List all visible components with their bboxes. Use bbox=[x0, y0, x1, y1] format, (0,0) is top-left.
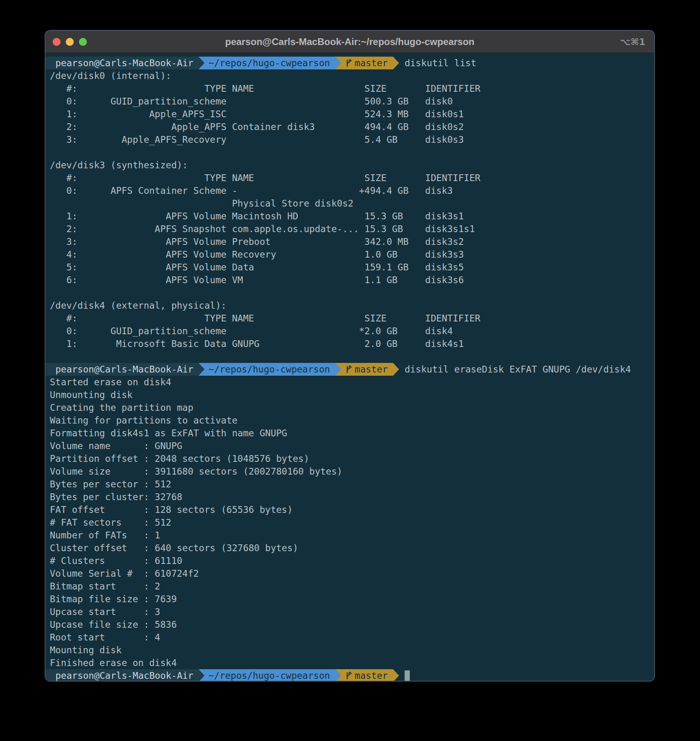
prompt-line: pearson@Carls-MacBook-Air ~/repos/hugo-c… bbox=[45, 57, 654, 69]
command-text: diskutil list bbox=[405, 57, 476, 69]
terminal-output-line: Formatting disk4s1 as ExFAT with name GN… bbox=[45, 427, 654, 439]
terminal-output-line: Physical Store disk0s2 bbox=[45, 197, 654, 210]
prompt-directory: ~/repos/hugo-cwpearson bbox=[199, 669, 335, 682]
terminal-output-line: Mounting disk bbox=[45, 644, 654, 656]
terminal-output-line: Volume name : GNUPG bbox=[45, 439, 654, 452]
prompt-git-segment: master bbox=[335, 363, 393, 376]
terminal-output-line: Bitmap start : 2 bbox=[45, 580, 654, 593]
window-shortcut-badge: ⌥⌘1 bbox=[620, 37, 645, 47]
terminal-output-line: Finished erase on disk4 bbox=[45, 656, 654, 669]
terminal-output-line: Bytes per sector : 512 bbox=[45, 478, 654, 491]
terminal-output-line: 2: APFS Snapshot com.apple.os.update-...… bbox=[45, 223, 654, 235]
terminal-output-line: /dev/disk0 (internal): bbox=[45, 69, 654, 82]
prompt-directory: ~/repos/hugo-cwpearson bbox=[199, 57, 335, 69]
minimize-button[interactable] bbox=[66, 38, 74, 46]
terminal-window: pearson@Carls-MacBook-Air:~/repos/hugo-c… bbox=[45, 30, 655, 682]
terminal-output-line bbox=[45, 286, 654, 299]
terminal-output-line: Volume size : 3911680 sectors (200278016… bbox=[45, 465, 654, 478]
terminal-output-line: Creating the partition map bbox=[45, 401, 654, 414]
terminal-content[interactable]: pearson@Carls-MacBook-Air ~/repos/hugo-c… bbox=[45, 53, 654, 682]
terminal-output-line: Bitmap file size : 7639 bbox=[45, 593, 654, 605]
terminal-output-line: 5: APFS Volume Data 159.1 GB disk3s5 bbox=[45, 261, 654, 274]
terminal-output-line: 1: APFS Volume Macintosh HD 15.3 GB disk… bbox=[45, 210, 654, 223]
git-branch-label: master bbox=[355, 57, 388, 69]
terminal-output-line: /dev/disk4 (external, physical): bbox=[45, 299, 654, 312]
terminal-output-line: 3: Apple_APFS_Recovery 5.4 GB disk0s3 bbox=[45, 133, 654, 146]
terminal-output-line: Cluster offset : 640 sectors (327680 byt… bbox=[45, 542, 654, 554]
terminal-output-line: 4: APFS Volume Recovery 1.0 GB disk3s3 bbox=[45, 248, 654, 261]
terminal-output-line: #: TYPE NAME SIZE IDENTIFIER bbox=[45, 82, 654, 95]
terminal-output-line: Upcase start : 3 bbox=[45, 605, 654, 618]
terminal-output-line: 3: APFS Volume Preboot 342.0 MB disk3s2 bbox=[45, 235, 654, 248]
terminal-output-line: FAT offset : 128 sectors (65536 bytes) bbox=[45, 503, 654, 516]
title-bar[interactable]: pearson@Carls-MacBook-Air:~/repos/hugo-c… bbox=[45, 31, 654, 53]
prompt-git-segment: master bbox=[335, 669, 393, 682]
powerline-arrow-icon bbox=[393, 363, 399, 376]
terminal-output-line bbox=[45, 146, 654, 159]
terminal-output-line: Upcase file size : 5836 bbox=[45, 618, 654, 631]
terminal-output-line: Bytes per cluster: 32768 bbox=[45, 491, 654, 503]
traffic-lights bbox=[53, 38, 87, 46]
terminal-output-line: 0: APFS Container Scheme - +494.4 GB dis… bbox=[45, 184, 654, 197]
terminal-output-line: Partition offset : 2048 sectors (1048576… bbox=[45, 452, 654, 465]
terminal-output-line: Unmounting disk bbox=[45, 388, 654, 401]
powerline-arrow-icon bbox=[393, 57, 399, 69]
git-branch-icon bbox=[345, 671, 352, 680]
terminal-output-line: Started erase on disk4 bbox=[45, 376, 654, 388]
terminal-output-line: Volume Serial # : 610724f2 bbox=[45, 567, 654, 580]
git-branch-icon bbox=[345, 365, 352, 374]
prompt-user-host: pearson@Carls-MacBook-Air bbox=[45, 669, 199, 682]
git-branch-label: master bbox=[355, 363, 388, 376]
git-branch-icon bbox=[345, 59, 352, 67]
git-branch-label: master bbox=[355, 669, 388, 682]
terminal-output-line: # Clusters : 61110 bbox=[45, 554, 654, 567]
prompt-line: pearson@Carls-MacBook-Air ~/repos/hugo-c… bbox=[45, 669, 654, 682]
terminal-output-line: 0: GUID_partition_scheme 500.3 GB disk0 bbox=[45, 95, 654, 108]
window-title: pearson@Carls-MacBook-Air:~/repos/hugo-c… bbox=[45, 36, 654, 47]
close-button[interactable] bbox=[53, 38, 61, 46]
terminal-output-line: 2: Apple_APFS Container disk3 494.4 GB d… bbox=[45, 120, 654, 133]
prompt-user-host: pearson@Carls-MacBook-Air bbox=[45, 363, 199, 376]
terminal-output-line: /dev/disk3 (synthesized): bbox=[45, 159, 654, 171]
prompt-git-segment: master bbox=[335, 57, 393, 69]
zoom-button[interactable] bbox=[79, 38, 87, 46]
disk-list-output: /dev/disk0 (internal): #: TYPE NAME SIZE… bbox=[45, 69, 654, 363]
erase-log-output: Started erase on disk4Unmounting diskCre… bbox=[45, 376, 654, 669]
terminal-output-line: # FAT sectors : 512 bbox=[45, 516, 654, 529]
terminal-output-line: 0: GUID_partition_scheme *2.0 GB disk4 bbox=[45, 325, 654, 337]
terminal-output-line: #: TYPE NAME SIZE IDENTIFIER bbox=[45, 312, 654, 325]
terminal-output-line: Number of FATs : 1 bbox=[45, 529, 654, 542]
terminal-output-line: 1: Microsoft Basic Data GNUPG 2.0 GB dis… bbox=[45, 337, 654, 350]
terminal-output-line: 1: Apple_APFS_ISC 524.3 MB disk0s1 bbox=[45, 108, 654, 120]
command-text: diskutil eraseDisk ExFAT GNUPG /dev/disk… bbox=[405, 363, 631, 376]
terminal-output-line bbox=[45, 350, 654, 363]
terminal-cursor bbox=[405, 670, 410, 681]
prompt-user-host: pearson@Carls-MacBook-Air bbox=[45, 57, 199, 69]
terminal-output-line: Waiting for partitions to activate bbox=[45, 414, 654, 427]
powerline-arrow-icon bbox=[393, 669, 399, 682]
terminal-output-line: Root start : 4 bbox=[45, 631, 654, 644]
prompt-line: pearson@Carls-MacBook-Air ~/repos/hugo-c… bbox=[45, 363, 654, 376]
terminal-output-line: #: TYPE NAME SIZE IDENTIFIER bbox=[45, 171, 654, 184]
desktop-background: pearson@Carls-MacBook-Air:~/repos/hugo-c… bbox=[0, 0, 700, 741]
prompt-directory: ~/repos/hugo-cwpearson bbox=[199, 363, 335, 376]
terminal-output-line: 6: APFS Volume VM 1.1 GB disk3s6 bbox=[45, 274, 654, 286]
